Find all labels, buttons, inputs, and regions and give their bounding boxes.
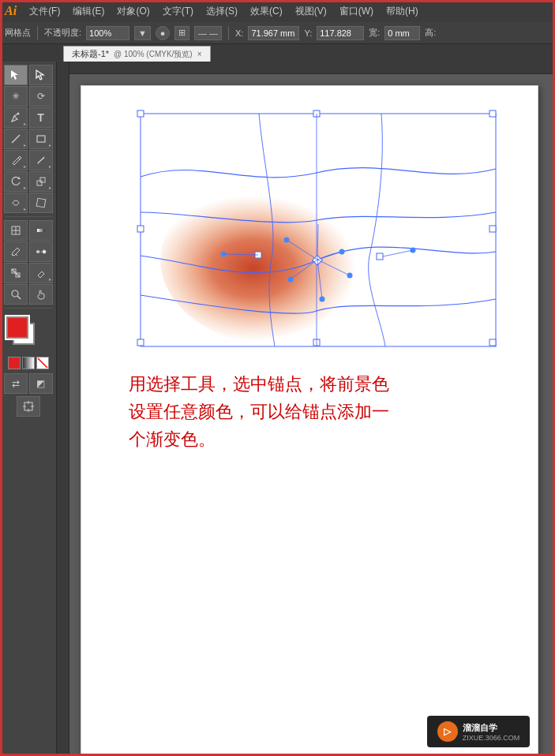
- tool-row-9: [2, 241, 55, 262]
- tool-row-8: [2, 220, 55, 241]
- gradient-mode[interactable]: [22, 357, 35, 369]
- blend-tool[interactable]: [29, 241, 53, 262]
- tool-row-4: ▸ ▸: [2, 129, 55, 149]
- line-tool[interactable]: ▸: [4, 129, 28, 149]
- watermark-text: 溜溜自学 ZIXUE.3066.COM: [463, 722, 520, 742]
- option-dash[interactable]: — —: [194, 26, 222, 40]
- svg-point-39: [284, 238, 290, 243]
- svg-rect-52: [377, 253, 383, 260]
- tool-row-7: ▸: [2, 193, 55, 213]
- svg-line-20: [38, 358, 47, 368]
- eraser-tool[interactable]: ▸: [29, 263, 53, 283]
- opacity-input[interactable]: [86, 26, 129, 40]
- toolbar: ✳ ⟳ ▸ T ▸ ▸ ▸: [0, 62, 57, 756]
- app-logo: Ai: [5, 4, 17, 18]
- menu-edit[interactable]: 编辑(E): [68, 3, 109, 20]
- option-grid[interactable]: ⊞: [174, 26, 189, 40]
- svg-point-12: [36, 250, 39, 253]
- divider-1: [37, 26, 38, 40]
- swap-colors-btn[interactable]: ⇄: [4, 373, 28, 394]
- color-section: [2, 315, 55, 354]
- option-circle[interactable]: ●: [156, 26, 170, 40]
- svg-line-11: [16, 254, 17, 256]
- svg-rect-6: [36, 198, 46, 208]
- mode-row: [2, 357, 55, 369]
- none-mode[interactable]: [36, 357, 49, 369]
- fill-mode[interactable]: [8, 357, 21, 369]
- w-label: 宽:: [369, 27, 380, 39]
- svg-point-26: [160, 173, 405, 346]
- menu-window[interactable]: 窗口(W): [335, 3, 378, 20]
- artboard-btn[interactable]: [17, 396, 40, 417]
- svg-rect-31: [137, 226, 144, 232]
- gradient-tool[interactable]: [29, 220, 53, 241]
- watermark-url: ZIXUE.3066.COM: [463, 734, 520, 742]
- canvas-area[interactable]: 用选择工具，选中锚点，将前景色 设置任意颜色，可以给锚点添加一 个渐变色。 ▷ …: [57, 62, 555, 756]
- svg-point-41: [288, 277, 294, 283]
- menu-select[interactable]: 选择(S): [201, 3, 242, 20]
- divider-2: [228, 26, 229, 40]
- menu-view[interactable]: 视图(V): [291, 3, 332, 20]
- menu-help[interactable]: 帮助(H): [381, 3, 423, 20]
- grid-label: 网格点: [5, 27, 31, 39]
- pencil-tool[interactable]: ▸: [4, 150, 28, 170]
- options-bar: 网格点 不透明度: ▼ ● ⊞ — — X: Y: 宽: 高:: [0, 22, 555, 44]
- main-layout: ✳ ⟳ ▸ T ▸ ▸ ▸: [0, 62, 555, 756]
- free-transform-tool[interactable]: [29, 193, 53, 213]
- pen-tool[interactable]: ▸: [4, 107, 28, 128]
- svg-point-13: [43, 250, 46, 253]
- mesh-tool[interactable]: [4, 220, 28, 241]
- zoom-tool[interactable]: [4, 284, 28, 305]
- tool-row-5: ▸ ▸: [2, 150, 55, 170]
- document-page: 用选择工具，选中锚点，将前景色 设置任意颜色，可以给锚点添加一 个渐变色。 ▷ …: [81, 85, 538, 756]
- menu-effect[interactable]: 效果(C): [246, 3, 287, 20]
- default-colors-btn[interactable]: ◩: [29, 373, 53, 394]
- y-label: Y:: [304, 28, 312, 38]
- scale-tool[interactable]: ▸: [29, 171, 53, 192]
- eyedropper-tool[interactable]: [4, 241, 28, 262]
- tool-row-11: [2, 284, 55, 305]
- desc-line-1: 用选择工具，选中锚点，将前景色: [129, 370, 476, 398]
- document-tab[interactable]: 未标题-1* @ 100% (CMYK/预览) ×: [63, 46, 211, 62]
- svg-line-19: [17, 296, 21, 299]
- svg-point-43: [339, 249, 345, 255]
- y-input[interactable]: [317, 26, 364, 40]
- direct-selection-tool[interactable]: [29, 65, 53, 85]
- lasso-tool[interactable]: ⟳: [29, 86, 53, 107]
- title-bar: Ai 文件(F) 编辑(E) 对象(O) 文字(T) 选择(S) 效果(C) 视…: [0, 0, 555, 22]
- tab-close-btn[interactable]: ×: [197, 50, 202, 58]
- hand-tool[interactable]: [29, 284, 53, 305]
- menu-type[interactable]: 文字(T): [158, 3, 198, 20]
- watermark-brand: 溜溜自学: [463, 722, 520, 734]
- svg-point-48: [320, 297, 325, 302]
- x-input[interactable]: [248, 26, 299, 40]
- type-tool[interactable]: T: [29, 107, 53, 128]
- description-text: 用选择工具，选中锚点，将前景色 设置任意颜色，可以给锚点添加一 个渐变色。: [129, 370, 476, 454]
- opacity-label: 不透明度:: [44, 27, 81, 39]
- svg-rect-5: [40, 178, 45, 182]
- watermark-icon: ▷: [437, 721, 458, 742]
- menu-file[interactable]: 文件(F): [24, 3, 65, 20]
- menu-object[interactable]: 对象(O): [112, 3, 154, 20]
- foreground-color-swatch[interactable]: [6, 316, 28, 339]
- illustration-area: [137, 110, 500, 354]
- svg-rect-10: [37, 229, 45, 232]
- brush-tool[interactable]: ▸: [29, 150, 53, 170]
- rect-tool[interactable]: ▸: [29, 129, 53, 149]
- w-input[interactable]: [384, 26, 420, 40]
- vertical-ruler: [57, 62, 69, 756]
- desc-line-3: 个渐变色。: [129, 425, 476, 453]
- tool-row-bottom-2: [2, 396, 55, 417]
- opacity-dropdown[interactable]: ▼: [134, 26, 151, 40]
- svg-point-0: [17, 113, 19, 115]
- slice-tool[interactable]: [4, 263, 28, 283]
- warp-tool[interactable]: ▸: [4, 193, 28, 213]
- svg-rect-35: [489, 339, 496, 346]
- desc-line-2: 设置任意颜色，可以给锚点添加一: [129, 398, 476, 425]
- x-label: X:: [235, 28, 243, 38]
- tool-sep-1: [5, 216, 52, 217]
- magic-wand-tool[interactable]: ✳: [4, 86, 28, 107]
- tab-title: 未标题-1*: [72, 48, 109, 60]
- rotate-tool[interactable]: ▸: [4, 171, 28, 192]
- selection-tool[interactable]: [4, 65, 28, 85]
